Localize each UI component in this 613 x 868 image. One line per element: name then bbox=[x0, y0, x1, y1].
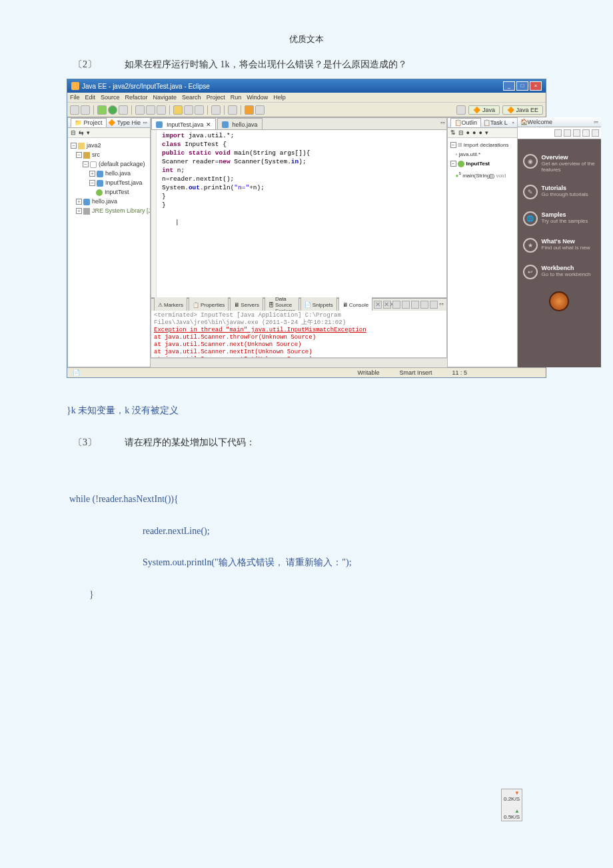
save-icon[interactable] bbox=[81, 105, 90, 115]
outline-imports[interactable]: import declarations bbox=[464, 142, 509, 148]
welcome-overview[interactable]: ◉ OverviewGet an overview of the feature… bbox=[523, 154, 596, 173]
editor-tab-inputtest[interactable]: InputTest.java ✕ bbox=[151, 118, 216, 129]
outline-filter-icon[interactable]: ⊟ bbox=[458, 129, 464, 136]
console-trace-1: at java.util.Scanner.throwFor(Unknown So… bbox=[154, 334, 444, 341]
menu-window[interactable]: Window bbox=[247, 94, 268, 101]
open-console-icon[interactable] bbox=[430, 301, 438, 309]
menu-file[interactable]: File bbox=[70, 94, 80, 101]
welcome-max-icon[interactable] bbox=[592, 129, 599, 137]
tree-src[interactable]: src bbox=[92, 151, 100, 158]
menu-project[interactable]: Project bbox=[207, 94, 225, 101]
welcome-tutorials[interactable]: ✎ TutorialsGo through tutorials bbox=[523, 185, 596, 199]
debug-icon[interactable] bbox=[97, 105, 107, 115]
search-icon[interactable] bbox=[173, 105, 183, 115]
open-type-icon[interactable] bbox=[157, 105, 166, 115]
ext-tools-icon[interactable] bbox=[119, 105, 128, 115]
editor-tab-hello[interactable]: hello.java bbox=[217, 118, 263, 129]
outline-hide-fields-icon[interactable]: ● bbox=[466, 129, 470, 136]
view-menu-icon[interactable]: ▫▫ bbox=[143, 119, 147, 126]
tab-type-hierarchy[interactable]: 🔶 Type Hie bbox=[108, 119, 141, 126]
status-context-icon[interactable]: 📄 bbox=[73, 369, 80, 376]
outline-panel[interactable]: 📋Outlin 📋Task L ▫ ⇅ ⊟ ● ● ● ▾ bbox=[447, 117, 518, 367]
menu-navigate[interactable]: Navigate bbox=[153, 94, 177, 101]
welcome-reduce-icon[interactable] bbox=[573, 129, 580, 137]
horizontal-scrollbar[interactable] bbox=[151, 358, 447, 367]
tree-java2[interactable]: java2 bbox=[87, 142, 101, 149]
last-edit-icon[interactable] bbox=[211, 105, 221, 115]
outline-hide-local-icon[interactable]: ▾ bbox=[485, 129, 488, 136]
link-editor-icon[interactable]: ⇆ bbox=[79, 129, 84, 136]
remove-launch-icon[interactable]: ✕ bbox=[374, 301, 382, 309]
project-explorer[interactable]: 📁 Project 🔶 Type Hie ▫▫ ⊟ ⇆ ▾ −java2 −sr… bbox=[67, 117, 151, 367]
nav-back-icon[interactable] bbox=[245, 105, 254, 115]
code-line-4: } bbox=[69, 579, 546, 611]
annotation-icon[interactable] bbox=[184, 105, 193, 115]
tab-project[interactable]: 📁 Project bbox=[71, 118, 107, 127]
window-title: Java EE - java2/src/InputTest.java - Ecl… bbox=[82, 83, 210, 90]
tree-inputtest-java[interactable]: InputTest.java bbox=[105, 179, 143, 186]
question-3: 〔3〕 请在程序的某处增加以下代码： bbox=[67, 437, 546, 449]
close-button[interactable]: × bbox=[530, 81, 542, 91]
status-cursor-pos: 11 : 5 bbox=[452, 369, 467, 376]
welcome-samples[interactable]: 🌐 SamplesTry out the samples bbox=[523, 211, 596, 226]
code-line-1: while (!reader.hasNextInt()){ bbox=[69, 494, 179, 504]
console-exception: Exception in thread "main" java.util.Inp… bbox=[154, 327, 444, 334]
new-class-icon[interactable] bbox=[146, 105, 155, 115]
menu-source[interactable]: Source bbox=[101, 94, 120, 101]
outline-import-util[interactable]: java.util.* bbox=[459, 151, 480, 157]
tree-jre-library[interactable]: JRE System Library [JavaSE-1.6] bbox=[92, 207, 150, 214]
perspective-java[interactable]: 🔶 Java bbox=[468, 105, 500, 115]
scroll-lock-icon[interactable] bbox=[402, 301, 410, 309]
editor-tabs[interactable]: InputTest.java ✕ hello.java ▫▫ bbox=[151, 118, 446, 130]
welcome-nav-icon[interactable] bbox=[564, 129, 571, 137]
menu-run[interactable]: Run bbox=[231, 94, 242, 101]
tab-task-list[interactable]: 📋Task L bbox=[483, 119, 508, 126]
focus-task-icon[interactable]: ▾ bbox=[87, 129, 90, 136]
toolbar[interactable]: 🔶 Java 🔶 Java EE bbox=[67, 103, 546, 117]
tab-outline[interactable]: 📋Outlin bbox=[450, 118, 482, 127]
perspective-javaee[interactable]: 🔶 Java EE bbox=[502, 105, 543, 115]
welcome-home-icon[interactable] bbox=[554, 129, 562, 137]
welcome-a-icon[interactable]: A bbox=[582, 129, 590, 137]
outline-sort-icon[interactable]: ⇅ bbox=[450, 129, 456, 136]
window-titlebar[interactable]: Java EE - java2/src/InputTest.java - Ecl… bbox=[67, 79, 546, 93]
eclipse-ide-screenshot: Java EE - java2/src/InputTest.java - Ecl… bbox=[67, 79, 546, 378]
minimize-button[interactable]: _ bbox=[503, 81, 515, 91]
outline-hide-nonpublic-icon[interactable]: ● bbox=[478, 129, 482, 136]
pin-icon[interactable] bbox=[228, 105, 237, 115]
open-perspective-icon[interactable] bbox=[456, 105, 466, 115]
console-min-icon[interactable]: ▫▫ bbox=[439, 301, 443, 309]
pin-console-icon[interactable] bbox=[411, 301, 419, 309]
close-tab-icon[interactable]: ✕ bbox=[206, 121, 211, 128]
display-console-icon[interactable] bbox=[420, 301, 428, 309]
menu-search[interactable]: Search bbox=[182, 94, 201, 101]
tab-welcome[interactable]: 🏠Welcome bbox=[520, 119, 552, 125]
welcome-workbench[interactable]: ↩ WorkbenchGo to the workbench bbox=[523, 265, 596, 279]
tree-hello-java-2[interactable]: hello.java bbox=[92, 198, 117, 205]
welcome-panel[interactable]: 🏠Welcome ▫▫ A ◉ OverviewGet an overvie bbox=[518, 117, 601, 367]
outline-main-method[interactable]: main(String[]) bbox=[462, 173, 494, 179]
console-panel[interactable]: ⚠Markers 📋Properties 🖥Servers 🗄Data Sour… bbox=[151, 298, 447, 358]
welcome-whatsnew[interactable]: ★ What's NewFind out what is new bbox=[523, 238, 596, 253]
menu-edit[interactable]: Edit bbox=[85, 94, 96, 101]
task-icon[interactable] bbox=[195, 105, 204, 115]
new-icon[interactable] bbox=[70, 105, 79, 115]
editor-max-icon[interactable]: ▫▫ bbox=[439, 118, 446, 129]
menu-refactor[interactable]: Refactor bbox=[125, 94, 148, 101]
tree-inputtest-class[interactable]: InputTest bbox=[105, 189, 129, 195]
remove-all-icon[interactable]: ✕✕ bbox=[383, 301, 391, 309]
outline-class[interactable]: InputTest bbox=[466, 161, 490, 167]
maximize-button[interactable]: □ bbox=[516, 81, 528, 91]
tree-hello-java[interactable]: hello.java bbox=[105, 170, 131, 177]
tree-default-package[interactable]: (default package) bbox=[99, 161, 145, 167]
menubar[interactable]: File Edit Source Refactor Navigate Searc… bbox=[67, 93, 546, 103]
code-editor[interactable]: import java.util.*; class InputTest { pu… bbox=[151, 130, 446, 297]
nav-fwd-icon[interactable] bbox=[255, 105, 265, 115]
menu-help[interactable]: Help bbox=[273, 94, 286, 101]
new-package-icon[interactable] bbox=[135, 105, 145, 115]
collapse-all-icon[interactable]: ⊟ bbox=[71, 129, 76, 136]
heap-status: ▼ 0.2K/S ▲ 0.5K/S bbox=[501, 789, 522, 821]
run-icon[interactable] bbox=[108, 105, 117, 115]
outline-hide-static-icon[interactable]: ● bbox=[472, 129, 476, 136]
clear-console-icon[interactable] bbox=[392, 301, 400, 309]
